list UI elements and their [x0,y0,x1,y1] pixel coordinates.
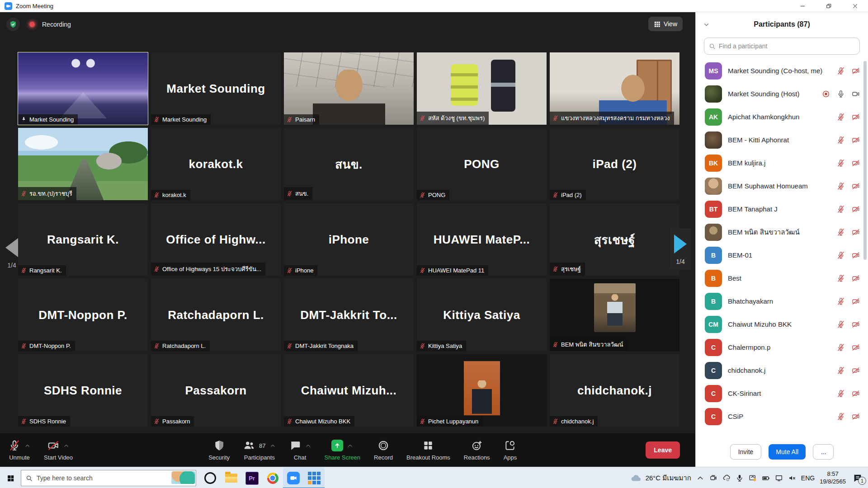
onedrive-paused-icon[interactable] [722,474,731,482]
toolbar-reactions-button[interactable]: Reactions [457,433,497,467]
participants-title: Participants (87) [754,20,810,28]
participant-status-icons [837,182,860,190]
taskbar-app-explorer[interactable] [221,467,241,488]
toolbar-record-button[interactable]: Record [367,433,400,467]
maximize-button[interactable] [816,0,842,12]
tray-expand-icon[interactable] [696,474,704,482]
tile-name-label: PONG [417,190,449,200]
tile-name-text: iPhone [295,267,313,274]
collapse-panel-icon[interactable] [703,21,710,28]
video-tile-6[interactable]: รอ.ขท.(ป)ราชบุรี [18,128,148,200]
microphone-tray-icon[interactable] [736,474,744,482]
video-tile-23[interactable]: Chaiwut Mizuh...Chaiwut Mizuho BKK [284,354,414,427]
display-icon[interactable] [775,474,783,482]
minimize-button[interactable] [789,0,816,12]
video-tile-11[interactable]: Rangsarit K.Rangsarit K. [18,203,148,276]
video-tile-2[interactable]: Market SoundingMarket Sounding [151,52,281,125]
tile-center-name: iPhone [284,203,414,276]
video-tile-14[interactable]: HUAWEI MateP...HUAWEI MatePad 11 [417,203,547,276]
tile-name-label: รอ.ขท.(ป)ราชบุรี [18,187,76,200]
previous-page-control[interactable]: 1/4 [5,238,18,269]
scrollbar-thumb[interactable] [863,61,867,260]
toolbar-participants-button[interactable]: 87Participants [236,433,282,467]
weather-widget[interactable]: 26°C มีเมฆมาก [630,473,691,483]
toolbar-breakout-rooms-button[interactable]: Breakout Rooms [400,433,457,467]
video-tile-21[interactable]: SDHS RonnieSDHS Ronnie [18,354,148,427]
participant-row[interactable]: CChalermpon.p [696,336,868,359]
recording-dot-icon[interactable] [26,19,38,30]
participant-row[interactable]: CMChaiwut Mizuho BKK [696,313,868,336]
participant-row[interactable]: BEM พนิต สินขวาลวัฒน์ [696,221,868,244]
participant-row[interactable]: CCSiP [696,405,868,428]
toolbar-unmute-button[interactable]: Unmute [2,433,37,467]
participant-row[interactable]: BBhatchayakarn [696,290,868,313]
participant-row[interactable]: BBEM-01 [696,244,868,267]
taskbar-app-cortana[interactable] [200,467,221,488]
video-tile-12[interactable]: Office of Highw...Office of Highways 15 … [151,203,281,276]
leave-button[interactable]: Leave [646,441,680,459]
mic-muted-icon [837,251,845,259]
participant-row[interactable]: BEM - Kitti Aphonrat [696,128,868,151]
video-tile-17[interactable]: Ratchadaporn L.Ratchadaporn L. [151,279,281,351]
next-page-arrow-icon[interactable] [674,235,687,253]
taskbar-search-input[interactable]: Type here to search [21,470,196,486]
start-button[interactable] [0,467,21,488]
video-tile-20[interactable]: BEM พนิต สินขวาลวัฒน์ [550,279,679,351]
taskbar-app-chrome[interactable] [262,467,283,488]
video-tile-4[interactable]: สหัส ด้วงชู (ขท.ชุมพร) [417,52,547,125]
participant-row[interactable]: BBest [696,267,868,290]
video-tile-24[interactable]: Pichet Luppayanun [417,354,547,427]
speaker-muted-icon[interactable] [788,474,796,482]
toolbar-label: Chat [294,454,306,461]
view-button[interactable]: View [648,17,683,31]
video-tile-13[interactable]: iPhoneiPhone [284,203,414,276]
video-tile-22[interactable]: PassakornPassakorn [151,354,281,427]
video-tile-8[interactable]: สนข.สนข. [284,128,414,200]
battery-icon[interactable] [762,474,770,482]
participant-row[interactable]: Cchidchanok.j [696,359,868,382]
camera-tray-icon[interactable] [709,474,717,482]
toolbar-chat-button[interactable]: Chat [283,433,318,467]
presentation-tray-icon[interactable] [749,474,757,482]
taskbar-app-appgrid[interactable] [304,467,325,488]
invite-button[interactable]: Invite [730,444,761,460]
language-indicator[interactable]: ENG [801,474,815,482]
video-tile-7[interactable]: korakot.kkorakot.k [151,128,281,200]
toolbar-start-video-button[interactable]: Start Video [37,433,80,467]
participant-row[interactable]: BEM Suphawat Homueam [696,174,868,197]
mic-muted-icon [837,182,845,190]
next-page-control[interactable]: 1/4 [670,228,691,270]
search-icon [709,43,716,50]
participant-row[interactable]: CCK-Sirinart [696,382,868,405]
video-tile-15[interactable]: สุรเชษฐ์สุรเชษฐ์ [550,203,679,276]
video-tile-25[interactable]: chidchanok.jchidchanok.j [550,354,679,427]
video-tile-19[interactable]: Kittiya SatiyaKittiya Satiya [417,279,547,351]
participant-search-input[interactable]: Find a participant [704,38,860,55]
toolbar-share-screen-button[interactable]: Share Screen [318,433,368,467]
taskbar-app-premiere[interactable]: Pr [241,467,262,488]
toolbar-security-button[interactable]: Security [202,433,236,467]
participant-name: Best [728,274,831,282]
video-tile-5[interactable]: แขวงทางหลวงสมุทรสงคราม กรมทางหลวง [550,52,679,125]
participant-row[interactable]: Market Sounding (Host) [696,82,868,105]
taskbar-app-zoom[interactable] [283,467,304,488]
tile-name-text: HUAWEI MatePad 11 [428,267,484,274]
toolbar-apps-button[interactable]: Apps [497,433,524,467]
notification-center-button[interactable]: 1 [851,471,864,485]
participant-row[interactable]: AKApichat Khamkongkhun [696,105,868,128]
video-tile-10[interactable]: iPad (2)iPad (2) [550,128,679,200]
participant-row[interactable]: MSMarket Sounding (Co-host, me) [696,59,868,82]
video-tile-3[interactable]: Paisarn [284,52,414,125]
clock[interactable]: 8:57 19/8/2565 [820,470,846,486]
video-tile-1[interactable]: Market Sounding [18,52,148,125]
video-tile-9[interactable]: PONGPONG [417,128,547,200]
more-options-button[interactable]: ... [813,444,834,460]
close-button[interactable] [842,0,868,12]
video-tile-16[interactable]: DMT-Noppon P.DMT-Noppon P. [18,279,148,351]
participant-row[interactable]: BKBEM kuljira.j [696,151,868,174]
mute-all-button[interactable]: Mute All [769,444,806,460]
participant-avatar [705,131,722,149]
video-tile-18[interactable]: DMT-Jakkrit To...DMT-Jakkrit Tongnaka [284,279,414,351]
previous-page-arrow-icon[interactable] [5,238,18,257]
participant-row[interactable]: BTBEM Tanaphat J [696,197,868,221]
